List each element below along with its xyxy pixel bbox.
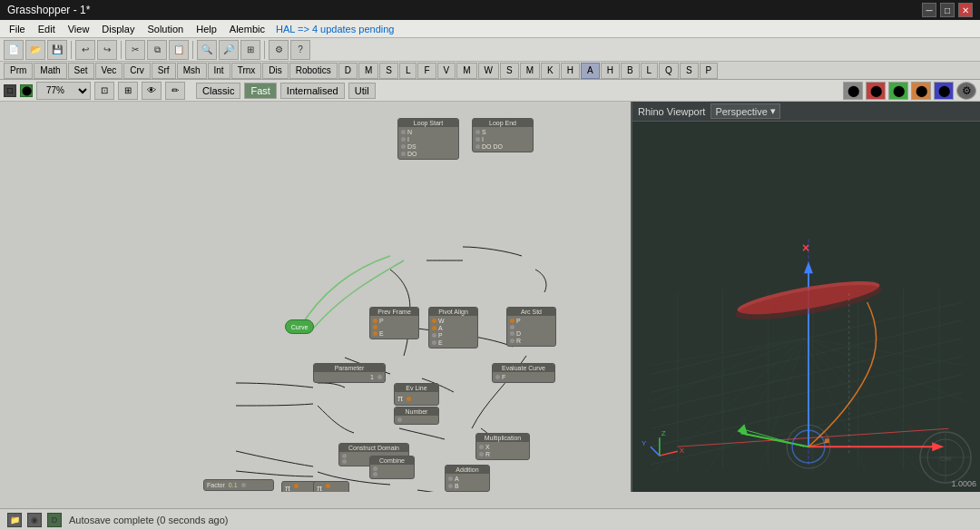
cat-s[interactable]: S [379,63,398,79]
tb-save[interactable]: 💾 [47,40,67,60]
cat-m[interactable]: M [358,63,378,79]
node-loop-end[interactable]: Loop End S I DO DO [472,118,534,152]
node-pi-multiply[interactable]: π [281,481,318,492]
node-addition[interactable]: Addition A B [445,465,490,492]
node-number1[interactable]: Number [394,407,439,425]
zoom-fit-btn[interactable]: ⊡ [94,82,114,100]
tb-paste[interactable]: 📋 [169,40,189,60]
cat-d[interactable]: D [338,63,358,79]
menu-edit[interactable]: Edit [33,23,61,35]
vtr-btn5[interactable]: ⬤ [934,82,954,100]
cat-s3[interactable]: S [680,63,699,79]
node-construct-domain-header: Construct Domain [339,444,408,452]
sep4 [264,41,265,59]
close-button[interactable]: ✕ [958,3,973,17]
sep2 [121,41,122,59]
view-docs-btn[interactable]: □ [4,84,16,97]
menu-file[interactable]: File [4,23,31,35]
tb-zoom-in[interactable]: 🔍 [197,40,217,60]
tb-copy[interactable]: ⧉ [147,40,167,60]
node-factor1[interactable]: Factor 0.1 [203,479,274,491]
quick-internalised[interactable]: Internalised [280,83,345,99]
viewport-canvas[interactable]: X Z Y × GH [632,122,980,492]
coord-value: 1.0006 [951,479,976,488]
tb-open[interactable]: 📂 [25,40,45,60]
cat-m2[interactable]: M [456,63,476,79]
node-pi-multiply2[interactable]: π [313,481,349,492]
tb-cut[interactable]: ✂ [125,40,145,60]
quick-classic[interactable]: Classic [196,83,240,99]
cat-b[interactable]: B [621,63,640,79]
cat-l[interactable]: L [399,63,417,79]
cat-l2[interactable]: L [641,63,659,79]
node-arc-std[interactable]: Arc Std P D R [506,307,556,347]
cat-set[interactable]: Set [68,63,94,79]
vtr-btn1[interactable]: ⬤ [843,82,863,100]
cat-s2[interactable]: S [500,63,519,79]
tb-zoom-fit[interactable]: ⊞ [240,40,260,60]
cat-int[interactable]: Int [208,63,230,79]
tb-new[interactable]: 📄 [4,40,24,60]
node-multiplication[interactable]: Multiplication X R [475,433,530,460]
minimize-button[interactable]: ─ [922,3,936,17]
menu-solution[interactable]: Solution [142,23,189,35]
menu-view[interactable]: View [63,23,95,35]
cat-q[interactable]: Q [659,63,679,79]
menu-alembic[interactable]: Alembic [224,23,270,35]
cat-h2[interactable]: H [601,63,620,79]
reframe-btn[interactable]: ⊞ [118,82,138,100]
zoom-select[interactable]: 77% 100% 50% [36,82,91,100]
statusbar-icon1[interactable]: 📁 [7,513,22,527]
cat-trnx[interactable]: Trnx [231,63,262,79]
node-parameter[interactable]: Parameter 1 [313,363,386,383]
cat-f[interactable]: F [417,63,436,79]
cat-w[interactable]: W [478,63,499,79]
gh-canvas[interactable]: Loop Start N I DS DO Loop End S I DO DO [0,102,631,492]
statusbar-icon3[interactable]: D [47,513,62,527]
view-lock-btn[interactable]: ⬤ [20,84,33,97]
perspective-dropdown[interactable]: Perspective ▾ [710,103,779,119]
node-factor1-body: Factor 0.1 [204,480,273,490]
cat-v[interactable]: V [437,63,456,79]
cat-prm[interactable]: Prm [4,63,33,79]
svg-text:GH: GH [940,455,951,463]
tb-help[interactable]: ? [290,40,310,60]
node-pivot-align[interactable]: Pivot Align W A P E [428,307,478,348]
node-curve[interactable]: Curve [285,319,314,334]
vtr-btn3[interactable]: ⬤ [888,82,908,100]
hal-update-badge[interactable]: HAL => 4 updates pending [276,24,394,34]
statusbar-icon2[interactable]: ◉ [27,513,42,527]
node-ev-line[interactable]: Ev Line π [394,383,439,406]
vtr-btn2[interactable]: ⬤ [866,82,886,100]
quick-util[interactable]: Util [348,83,376,99]
tb-redo[interactable]: ↪ [97,40,117,60]
node-evaluate-curve[interactable]: Evaluate Curve F [492,363,555,383]
node-prev-frame[interactable]: Prev Frame P E [369,307,419,339]
vtr-btn4[interactable]: ⬤ [911,82,931,100]
cat-k[interactable]: K [541,63,560,79]
cat-msh[interactable]: Msh [177,63,207,79]
tb-settings[interactable]: ⚙ [269,40,289,60]
vtr-settings[interactable]: ⚙ [956,82,976,100]
sketch-btn[interactable]: 👁 [142,82,162,100]
cat-math[interactable]: Math [34,63,66,79]
maximize-button[interactable]: □ [940,3,955,17]
cat-h[interactable]: H [561,63,580,79]
menu-display[interactable]: Display [96,23,140,35]
node-loop-start[interactable]: Loop Start N I DS DO [397,118,459,160]
node-combine[interactable]: Combine [369,456,415,479]
cat-a[interactable]: A [581,63,600,79]
cat-m3[interactable]: M [520,63,540,79]
node-prev-frame-body: P E [370,316,418,339]
quick-fast[interactable]: Fast [244,83,276,99]
tb-undo[interactable]: ↩ [75,40,95,60]
cat-vec[interactable]: Vec [95,63,123,79]
bake-btn[interactable]: ✏ [165,82,185,100]
cat-dis[interactable]: Dis [262,63,288,79]
cat-p[interactable]: P [700,63,719,79]
tb-zoom-out[interactable]: 🔎 [219,40,239,60]
menu-help[interactable]: Help [191,23,222,35]
cat-crv[interactable]: Crv [123,63,151,79]
cat-srf[interactable]: Srf [152,63,176,79]
cat-robotics[interactable]: Robotics [289,63,338,79]
